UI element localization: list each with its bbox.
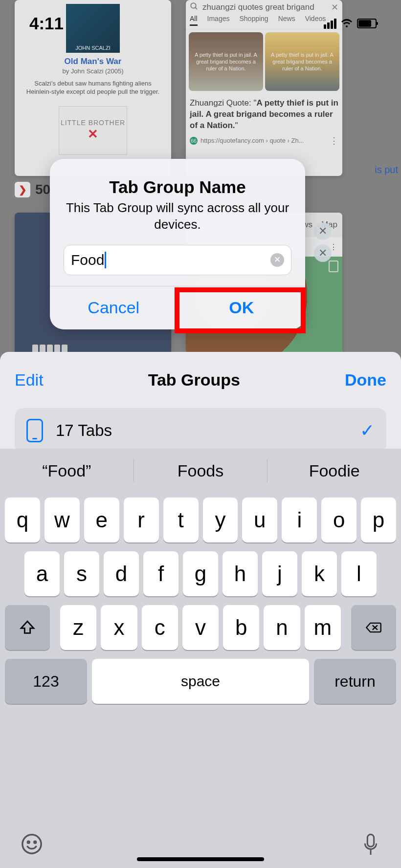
space-key[interactable]: space [92,659,309,704]
key-h[interactable]: h [223,551,258,596]
shift-key[interactable] [5,605,50,650]
key-e[interactable]: e [84,498,119,542]
key-c[interactable]: c [142,605,178,650]
numbers-key[interactable]: 123 [5,659,87,704]
key-l[interactable]: l [341,551,377,596]
text-caret [105,252,106,268]
key-z[interactable]: z [60,605,96,650]
key-y[interactable]: y [203,498,238,542]
alert-message: This Tab Group will sync across all your… [50,200,305,245]
return-key[interactable]: return [314,659,396,704]
key-r[interactable]: r [124,498,159,542]
tab-groups-list: 17 Tabs ✓ [15,408,386,453]
key-d[interactable]: d [104,551,139,596]
tab-group-name-input[interactable]: Food ✕ [64,245,291,275]
key-t[interactable]: t [163,498,199,542]
edit-button[interactable]: Edit [15,370,44,390]
key-b[interactable]: b [223,605,259,650]
key-m[interactable]: m [305,605,341,650]
key-o[interactable]: o [321,498,356,542]
key-n[interactable]: n [264,605,300,650]
clear-text-button[interactable]: ✕ [270,253,284,267]
sheet-title: Tab Groups [148,370,240,390]
key-v[interactable]: v [182,605,219,650]
key-x[interactable]: x [101,605,137,650]
key-k[interactable]: k [302,551,337,596]
key-g[interactable]: g [183,551,218,596]
key-w[interactable]: w [45,498,80,542]
done-button[interactable]: Done [345,370,386,390]
battery-icon [357,19,377,28]
suggestion[interactable]: Foods [134,461,267,480]
suggestion[interactable]: Foodie [267,461,401,480]
svg-point-4 [22,835,41,853]
key-a[interactable]: a [24,551,60,596]
key-u[interactable]: u [242,498,277,542]
home-indicator[interactable] [137,857,264,861]
tab-count-label: 17 Tabs [56,421,347,440]
dictation-key[interactable] [361,833,380,859]
on-screen-keyboard: “Food” Foods Foodie qwertyuiop asdfghjkl… [0,449,401,868]
cellular-signal-icon [324,19,336,29]
key-q[interactable]: q [5,498,40,542]
wifi-icon [340,19,353,28]
suggestion[interactable]: “Food” [0,461,134,480]
alert-title: Tab Group Name [50,159,305,200]
svg-rect-7 [367,834,374,846]
key-p[interactable]: p [361,498,396,542]
checkmark-icon: ✓ [360,420,375,441]
svg-point-5 [27,841,29,843]
key-s[interactable]: s [64,551,99,596]
svg-point-6 [34,841,36,843]
tab-group-row[interactable]: 17 Tabs ✓ [15,408,386,453]
backspace-key[interactable] [351,605,396,650]
quicktype-suggestions: “Food” Foods Foodie [0,449,401,493]
key-j[interactable]: j [262,551,297,596]
key-f[interactable]: f [143,551,178,596]
tab-group-name-alert: Tab Group Name This Tab Group will sync … [50,159,305,329]
clock: 4:11 [29,14,64,33]
status-bar: 4:11 [0,14,401,33]
emoji-key[interactable] [21,833,43,859]
key-i[interactable]: i [282,498,317,542]
cancel-button[interactable]: Cancel [50,286,178,329]
device-icon [26,419,43,442]
ok-button[interactable]: OK [178,286,306,329]
